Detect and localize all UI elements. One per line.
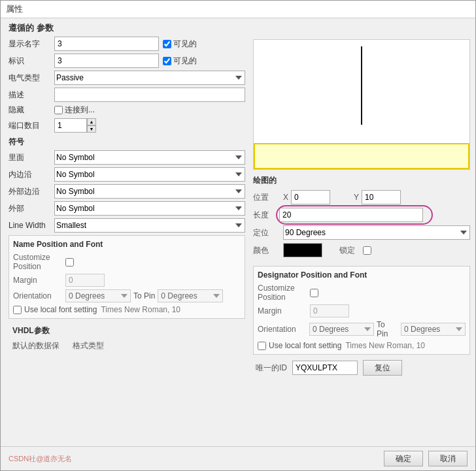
outside-row: 外部 No Symbol Dot Clock: [6, 201, 248, 216]
desig-margin-input[interactable]: [310, 304, 349, 317]
inner-border-select[interactable]: No Symbol Dot Clock: [54, 167, 245, 182]
desig-margin-row: Margin: [258, 304, 466, 317]
desig-font-desc: Times New Roman, 10: [345, 341, 425, 350]
section-header: 遵循的 参数: [1, 18, 475, 37]
confirm-button[interactable]: 确定: [384, 451, 423, 466]
desig-customize-row: Customize Position: [258, 284, 466, 302]
position-label: 位置: [253, 192, 279, 203]
desig-font-checkbox[interactable]: [258, 342, 266, 350]
port-count-down[interactable]: ▼: [87, 125, 96, 133]
position-row: 位置 X Y: [253, 190, 470, 204]
outside-label: 外部: [8, 203, 54, 214]
x-coord-pair: X: [283, 190, 330, 204]
designator-title: Designator Position and Font: [258, 270, 466, 280]
lock-label: 锁定: [339, 245, 355, 256]
reset-button[interactable]: 复位: [363, 360, 402, 376]
unique-id-row: 唯一的ID 复位: [256, 360, 468, 376]
name-customize-checkbox[interactable]: [65, 258, 74, 267]
identifier-visible-checkbox[interactable]: [163, 57, 171, 65]
inside-label: 里面: [8, 152, 54, 163]
name-margin-label: Margin: [13, 276, 65, 285]
identifier-visible-label: 可见的: [163, 56, 197, 67]
port-count-spinner: ▲ ▼: [54, 118, 245, 133]
bottom-bar: CSDN社@道亦无名 确定 取消: [1, 446, 475, 470]
name-position-section: Name Position and Font Customize Positio…: [8, 235, 245, 319]
name-font-checkbox[interactable]: [13, 306, 22, 314]
description-row: 描述: [6, 88, 248, 102]
name-to-pin-select[interactable]: 0 Degrees 90 Degrees: [158, 289, 223, 302]
name-customize-label: Customize Position: [13, 253, 65, 271]
inside-select[interactable]: No Symbol Dot Clock: [54, 150, 245, 165]
desig-to-pin-label: To Pin: [377, 320, 398, 338]
description-label: 描述: [8, 89, 54, 101]
name-margin-input[interactable]: [65, 274, 105, 287]
electrical-type-select[interactable]: Passive Input Output IO OpenCollector Po…: [54, 71, 245, 85]
vhdl-row: 默认的数据保 格式类型: [12, 340, 241, 351]
display-name-visible-label: 可见的: [163, 39, 197, 50]
display-name-row: 显示名字 可见的: [6, 37, 248, 51]
outer-border-label: 外部边沿: [8, 186, 54, 197]
description-input[interactable]: [54, 88, 245, 102]
lock-checkbox[interactable]: [363, 246, 371, 255]
x-label: X: [283, 193, 288, 202]
y-label: Y: [354, 193, 359, 202]
preview-highlight: [254, 143, 469, 169]
hidden-connect-label: 连接到...: [54, 105, 95, 116]
color-label: 颜色: [253, 245, 279, 256]
name-margin-row: Margin: [13, 274, 241, 287]
identifier-label: 标识: [8, 56, 54, 67]
hidden-label: 隐藏: [8, 105, 54, 116]
name-customize-row: Customize Position: [13, 253, 241, 271]
line-width-row: Line Width Smallest Small Medium Large: [6, 218, 248, 233]
desig-margin-label: Margin: [258, 306, 310, 316]
color-picker[interactable]: [283, 243, 322, 257]
inner-border-row: 内边沿 No Symbol Dot Clock: [6, 167, 248, 182]
desig-orientation-select[interactable]: 0 Degrees 90 Degrees: [309, 323, 374, 336]
identifier-input[interactable]: [54, 54, 159, 68]
inside-row: 里面 No Symbol Dot Clock: [6, 150, 248, 165]
right-panel: 绘图的 位置 X Y 长度: [253, 37, 470, 446]
port-count-input[interactable]: [54, 118, 87, 133]
cancel-button[interactable]: 取消: [428, 451, 468, 466]
title-bar: 属性: [1, 1, 475, 18]
y-input[interactable]: [362, 190, 401, 204]
x-input[interactable]: [291, 190, 330, 204]
outer-border-select[interactable]: No Symbol Dot Clock: [54, 184, 245, 199]
display-name-input[interactable]: [54, 37, 159, 51]
display-name-visible-checkbox[interactable]: [163, 40, 171, 48]
preview-area: [253, 39, 470, 170]
name-position-title: Name Position and Font: [13, 240, 241, 249]
line-width-select[interactable]: Smallest Small Medium Large: [54, 218, 245, 233]
orientation-label: 定位: [253, 227, 279, 238]
outside-select[interactable]: No Symbol Dot Clock: [54, 201, 245, 216]
port-count-up[interactable]: ▲: [87, 118, 96, 125]
desig-customize-label: Customize Position: [258, 284, 310, 302]
orientation-row: 定位 90 Degrees 0 Degrees 180 Degrees 270 …: [253, 225, 470, 240]
inner-border-label: 内边沿: [8, 169, 54, 180]
name-orientation-select[interactable]: 0 Degrees 90 Degrees: [65, 289, 131, 302]
vhdl-title: VHDL参数: [12, 325, 241, 336]
length-row: 长度: [253, 208, 470, 222]
pin-preview-line: [361, 46, 362, 125]
color-row: 颜色 锁定: [253, 243, 470, 257]
name-orientation-label: Orientation: [13, 291, 65, 300]
name-to-pin-label: To Pin: [133, 291, 155, 300]
name-orientation-row: Orientation 0 Degrees 90 Degrees To Pin …: [13, 289, 241, 302]
left-panel: 显示名字 可见的 标识 可见的 电气类型 Passiv: [6, 37, 248, 446]
desig-customize-checkbox[interactable]: [310, 289, 318, 297]
orientation-select[interactable]: 90 Degrees 0 Degrees 180 Degrees 270 Deg…: [283, 225, 470, 240]
vhdl-format-label: 格式类型: [73, 340, 104, 351]
electrical-type-row: 电气类型 Passive Input Output IO OpenCollect…: [6, 71, 248, 85]
desig-to-pin-select[interactable]: 0 Degrees 90 Degrees: [401, 323, 466, 336]
hidden-connect-checkbox[interactable]: [54, 106, 63, 114]
port-count-label: 端口数目: [8, 120, 54, 131]
unique-id-input[interactable]: [292, 361, 358, 375]
y-coord-pair: Y: [354, 190, 401, 204]
port-count-row: 端口数目 ▲ ▼: [6, 118, 248, 133]
desig-orientation-label: Orientation: [258, 325, 309, 334]
length-input[interactable]: [279, 208, 423, 222]
name-font-use-local: Use local font setting: [24, 305, 97, 314]
name-font-desc: Times New Roman, 10: [101, 305, 180, 314]
drawing-section: 绘图的 位置 X Y 长度: [253, 172, 470, 263]
drawing-title: 绘图的: [253, 175, 470, 186]
